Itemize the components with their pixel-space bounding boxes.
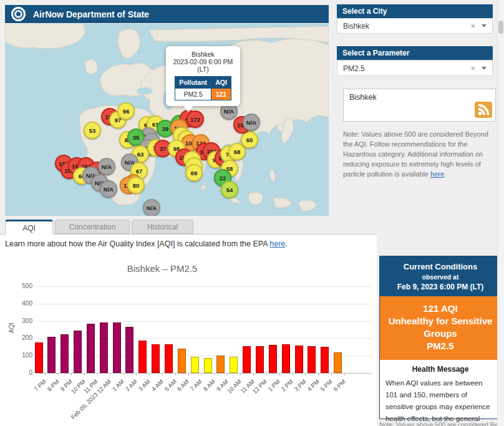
chart-bar[interactable] xyxy=(191,357,199,373)
chart-x-tick xyxy=(201,373,202,375)
popup-col-aqi: AQI xyxy=(211,77,231,89)
tab-concentration[interactable]: Concentration xyxy=(55,220,130,234)
aqi-world-map[interactable]: 1579796536261294341172126N/A883539N/A783… xyxy=(5,24,329,216)
chart-bar[interactable] xyxy=(113,322,121,373)
chart-title: Bishkek – PM2.5 xyxy=(0,263,324,274)
clear-icon[interactable]: × xyxy=(470,21,475,31)
chart-bar[interactable] xyxy=(125,327,133,373)
map-marker[interactable]: N/A xyxy=(243,114,260,131)
chart-bar[interactable] xyxy=(152,344,160,373)
chart-bar[interactable] xyxy=(243,346,251,373)
conditions-aqi-block: 121 AQI Unhealthy for Sensitive Groups P… xyxy=(380,296,501,360)
map-marker[interactable]: 54 xyxy=(221,181,238,198)
tab-aqi[interactable]: AQI xyxy=(5,220,53,235)
chart-bar[interactable] xyxy=(295,346,303,373)
chevron-down-icon[interactable] xyxy=(482,24,487,27)
chart-x-tick xyxy=(162,373,163,375)
chart-x-tick xyxy=(266,373,267,375)
rss-icon[interactable] xyxy=(475,102,492,118)
conditions-title: Current Conditions xyxy=(382,262,498,271)
scrollbar-track[interactable] xyxy=(497,0,504,426)
conditions-aqi-value: 121 AQI xyxy=(384,303,497,315)
chart-gridline xyxy=(36,373,372,374)
clear-icon[interactable]: × xyxy=(470,64,475,73)
aqi-bar-chart: Bishkek – PM2.5 AQI 01002003004005007 PM… xyxy=(0,256,377,426)
chart-x-tick xyxy=(344,373,345,375)
chart-bar[interactable] xyxy=(100,322,108,373)
app-header: AirNow Department of State xyxy=(5,5,329,23)
learn-more-before: Learn more about how the Air Quality Ind… xyxy=(5,240,269,248)
chart-bar[interactable] xyxy=(282,344,290,373)
map-marker[interactable]: N/A xyxy=(100,180,117,198)
current-conditions-panel: Current Conditions observed at Feb 9, 20… xyxy=(379,256,502,419)
chart-bar[interactable] xyxy=(230,357,238,373)
map-marker[interactable]: 53 xyxy=(84,122,101,139)
chart-bar[interactable] xyxy=(308,346,316,373)
conditions-observed: observed at xyxy=(382,273,498,281)
chart-y-tick-label: 500 xyxy=(15,283,32,289)
map-marker[interactable]: 65 xyxy=(241,131,258,148)
chart-x-tick xyxy=(253,373,254,375)
chart-bar[interactable] xyxy=(61,334,69,373)
learn-more-text: Learn more about how the Air Quality Ind… xyxy=(5,240,288,248)
chart-bar[interactable] xyxy=(138,341,147,373)
chart-x-tick xyxy=(293,373,293,375)
chevron-down-icon[interactable] xyxy=(482,67,487,70)
scrollbar-thumb[interactable] xyxy=(498,21,503,34)
map-marker[interactable]: 96 xyxy=(117,102,135,120)
popup-timezone: (LT) xyxy=(166,65,240,73)
chart-bar[interactable] xyxy=(269,345,277,373)
popup-aqi-value: 121 xyxy=(211,89,231,100)
page: AirNow Department of State xyxy=(0,0,504,426)
chart-bar[interactable] xyxy=(74,331,82,373)
map-marker[interactable]: N/A xyxy=(98,158,115,175)
chart-x-tick xyxy=(331,373,332,375)
chart-bar[interactable] xyxy=(256,346,264,373)
chart-bar[interactable] xyxy=(321,347,329,373)
select-city-header: Select a City xyxy=(337,4,493,18)
parameter-select-value: PM2.5 xyxy=(343,64,470,73)
chart-bar[interactable] xyxy=(165,344,173,373)
chart-x-tick xyxy=(240,373,241,375)
chart-x-tick xyxy=(58,373,59,375)
tab-concentration-label: Concentration xyxy=(69,223,116,231)
current-conditions-header: Current Conditions observed at Feb 9, 20… xyxy=(380,256,501,296)
chart-x-tick xyxy=(214,373,215,375)
chart-bar[interactable] xyxy=(87,324,95,373)
popup-datetime: 2023-02-09 6:00 PM xyxy=(166,58,240,65)
chart-gridline xyxy=(36,321,372,322)
chart-y-tick-label: 100 xyxy=(15,352,32,359)
sidebar-note-link[interactable]: here xyxy=(430,170,444,178)
chart-gridline xyxy=(36,304,372,304)
parameter-select[interactable]: PM2.5 × xyxy=(337,61,493,76)
chart-bar[interactable] xyxy=(216,356,225,373)
map-popup: Bishkek 2023-02-09 6:00 PM (LT) Pollutan… xyxy=(166,46,240,106)
chart-bar[interactable] xyxy=(204,358,212,373)
learn-more-link[interactable]: here xyxy=(269,240,285,248)
chart-y-tick-label: 200 xyxy=(15,334,32,341)
chart-bar[interactable] xyxy=(35,342,43,373)
tab-historical[interactable]: Historical xyxy=(132,220,193,234)
chart-x-tick xyxy=(188,373,189,375)
map-marker[interactable]: 172 xyxy=(187,110,204,128)
sidebar-note-before: Note: Values above 500 are considered Be… xyxy=(343,130,488,178)
chart-x-tick xyxy=(279,373,280,375)
chart-bar[interactable] xyxy=(47,337,56,373)
chart-bar[interactable] xyxy=(334,352,342,373)
health-message-box: Health Message When AQI values are betwe… xyxy=(380,360,501,426)
chart-x-tick xyxy=(97,373,98,375)
chart-bar[interactable] xyxy=(178,349,186,373)
cutoff-note-text: Note: Values above 500 are considered Be… xyxy=(379,422,502,426)
tab-historical-label: Historical xyxy=(147,223,178,231)
chart-x-tick xyxy=(175,373,176,375)
chart-x-tick xyxy=(84,373,85,375)
map-marker[interactable]: 80 xyxy=(127,177,145,194)
chart-y-tick-label: 0 xyxy=(15,369,32,376)
chart-y-tick-label: 400 xyxy=(15,300,32,307)
city-select[interactable]: Bishkek × xyxy=(337,18,493,34)
conditions-category: Unhealthy for Sensitive Groups xyxy=(384,315,497,340)
map-marker[interactable]: 69 xyxy=(185,164,203,182)
sidebar-note-text: Note: Values above 500 are considered Be… xyxy=(343,129,499,179)
sidebar-note-after: . xyxy=(444,170,446,178)
map-marker[interactable]: N/A xyxy=(143,199,160,216)
